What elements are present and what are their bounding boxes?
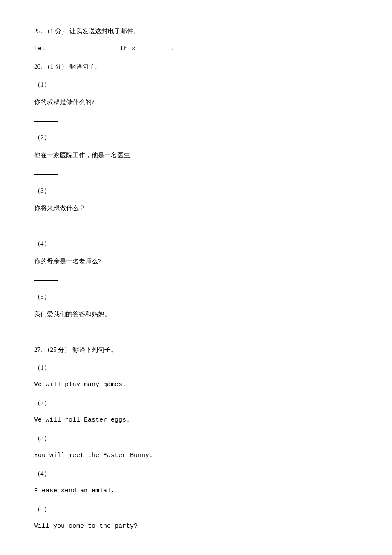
q25-end: . bbox=[171, 45, 175, 52]
q25-header: 25. （1 分） 让我发送这封电子邮件。 bbox=[34, 26, 358, 36]
answer-blank[interactable] bbox=[34, 327, 358, 337]
q27-item-text: Please send an emial. bbox=[34, 486, 358, 496]
answer-blank[interactable] bbox=[34, 115, 358, 125]
answer-blank[interactable] bbox=[34, 168, 358, 178]
q26-item-num: （4） bbox=[34, 239, 358, 249]
q26-item-text: 你将来想做什么？ bbox=[34, 203, 358, 213]
q27-item-num: （2） bbox=[34, 398, 358, 408]
answer-blank[interactable] bbox=[34, 274, 358, 284]
q27-item-text: We will play many games. bbox=[34, 380, 358, 390]
blank-field[interactable] bbox=[86, 44, 115, 50]
answer-blank[interactable] bbox=[34, 221, 358, 231]
q27-header: 27. （25 分） 翻译下列句子。 bbox=[34, 345, 358, 355]
q27-item-text: You will meet the Easter Bunny. bbox=[34, 451, 358, 461]
q26-item-num: （5） bbox=[34, 292, 358, 302]
q27-item-text: We will roll Easter eggs. bbox=[34, 416, 358, 425]
q26-header: 26. （1 分） 翻译句子。 bbox=[34, 62, 358, 72]
q25-fill-line: Let this . bbox=[34, 44, 358, 54]
blank-field[interactable] bbox=[50, 44, 80, 50]
blank-field[interactable] bbox=[140, 44, 170, 50]
q26-item-text: 你的叔叔是做什么的? bbox=[34, 97, 358, 107]
q26-item-text: 他在一家医院工作，他是一名医生 bbox=[34, 150, 358, 160]
q27-item-num: （3） bbox=[34, 434, 358, 443]
q26-item-num: （2） bbox=[34, 133, 358, 142]
q27-item-num: （5） bbox=[34, 504, 358, 514]
q26-item-num: （3） bbox=[34, 186, 358, 196]
page-footer: 第 4 页 共 8 页 bbox=[34, 540, 358, 555]
q25-prefix: Let bbox=[34, 45, 49, 52]
q25-mid: this bbox=[116, 45, 139, 52]
q27-item-num: （1） bbox=[34, 363, 358, 373]
q26-item-text: 我们爱我们的爸爸和妈妈。 bbox=[34, 309, 358, 319]
q27-item-num: （4） bbox=[34, 469, 358, 479]
q27-item-text: Will you come to the party? bbox=[34, 522, 358, 532]
q26-item-text: 你的母亲是一名老师么? bbox=[34, 257, 358, 266]
q26-item-num: （1） bbox=[34, 80, 358, 90]
page-content: 25. （1 分） 让我发送这封电子邮件。 Let this . 26. （1 … bbox=[0, 0, 392, 555]
